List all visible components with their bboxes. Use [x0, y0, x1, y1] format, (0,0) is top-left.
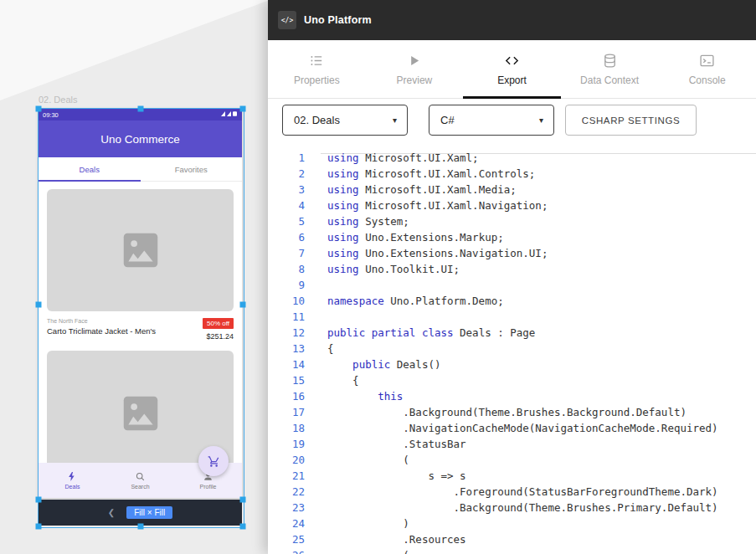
- product-brand: The North Face: [47, 318, 156, 324]
- cart-fab[interactable]: [198, 446, 229, 476]
- code-line: 22 .Foreground(StatusBarForegroundTheme.…: [268, 484, 756, 500]
- tab-properties[interactable]: Properties: [268, 40, 366, 98]
- code-line: 6using Uno.Extensions.Markup;: [268, 229, 756, 245]
- phone-app-bar: Uno Commerce: [39, 121, 242, 157]
- code-line: 11: [268, 309, 756, 325]
- line-number: 14: [268, 357, 310, 372]
- page-select[interactable]: 02. Deals ▾: [282, 105, 408, 136]
- line-number: 11: [268, 309, 310, 325]
- code-line: 2using Microsoft.UI.Xaml.Controls;: [268, 166, 756, 182]
- phone-artboard[interactable]: 09:30 Uno Commerce Deals Favorites: [39, 109, 242, 498]
- product-pricing: 50% off $251.24: [203, 318, 234, 341]
- tab-console[interactable]: Console: [658, 40, 756, 98]
- nav-label: Deals: [65, 484, 80, 490]
- code-text: (: [327, 452, 409, 468]
- code-editor[interactable]: 1using Microsoft.UI.Xaml;2using Microsof…: [268, 150, 756, 554]
- line-number: 3: [268, 182, 310, 197]
- status-bar-icons: [219, 110, 238, 119]
- tab-label: Console: [689, 74, 726, 86]
- tab-export[interactable]: Export: [463, 40, 561, 98]
- product-price: $251.24: [206, 332, 234, 341]
- line-number: 4: [268, 197, 310, 213]
- code-text: namespace Uno.Platform.Demo;: [327, 293, 504, 309]
- play-icon: [406, 53, 422, 69]
- line-number: 16: [268, 388, 310, 404]
- line-number: 15: [268, 372, 310, 388]
- discount-badge: 50% off: [203, 318, 234, 329]
- code-line: 9: [268, 277, 756, 293]
- code-text: (: [327, 547, 409, 554]
- code-text: using Uno.Extensions.Navigation.UI;: [327, 245, 548, 261]
- side-panel: </> Uno Platform Properties Preview Expo…: [268, 0, 756, 554]
- code-line: 18 .NavigationCacheMode(NavigationCacheM…: [268, 420, 756, 436]
- phone-status-bar: 09:30: [39, 109, 242, 121]
- code-text: using Microsoft.UI.Xaml.Controls;: [327, 166, 535, 182]
- nav-label: Profile: [200, 484, 217, 490]
- nav-item-search[interactable]: Search: [106, 463, 174, 498]
- page-select-value: 02. Deals: [294, 114, 340, 126]
- line-number: 9: [268, 277, 310, 293]
- tab-preview[interactable]: Preview: [366, 40, 464, 98]
- panel-header: </> Uno Platform: [268, 0, 756, 40]
- artboard-label[interactable]: 02. Deals: [39, 95, 77, 105]
- line-number: 19: [268, 436, 310, 452]
- code-line: 4using Microsoft.UI.Xaml.Navigation;: [268, 197, 756, 213]
- language-select-value: C#: [440, 114, 455, 126]
- line-number: 24: [268, 516, 310, 531]
- nav-item-deals[interactable]: Deals: [39, 463, 106, 498]
- line-number: 6: [268, 229, 310, 245]
- code-text: using Microsoft.UI.Xaml.Media;: [327, 182, 517, 197]
- cart-icon: [208, 455, 220, 468]
- panel-title: Uno Platform: [304, 14, 372, 26]
- code-text: this: [327, 388, 403, 404]
- collapse-chevron-icon[interactable]: ❮: [108, 508, 115, 517]
- code-line: 23 .Background(Theme.Brushes.Primary.Def…: [268, 500, 756, 516]
- tab-label: Preview: [397, 74, 433, 86]
- code-text: using Microsoft.UI.Xaml;: [327, 150, 479, 166]
- code-line: 10namespace Uno.Platform.Demo;: [268, 293, 756, 309]
- csharp-settings-button[interactable]: CSHARP SETTINGS: [565, 105, 697, 136]
- line-number: 22: [268, 484, 310, 500]
- code-line: 26 (: [268, 547, 756, 554]
- code-text: s => s: [327, 468, 466, 484]
- code-text: .StatusBar: [327, 436, 466, 452]
- language-select[interactable]: C# ▾: [429, 105, 554, 136]
- code-text: .Foreground(StatusBarForegroundTheme.Dar…: [327, 484, 718, 500]
- code-line: 7using Uno.Extensions.Navigation.UI;: [268, 245, 756, 261]
- size-badge[interactable]: Fill × Fill: [126, 506, 172, 519]
- chevron-down-icon: ▾: [393, 115, 397, 125]
- product-text: The North Face Carto Triclimate Jacket -…: [47, 318, 156, 336]
- tab-label: Properties: [294, 74, 340, 86]
- code-line: 21 s => s: [268, 468, 756, 484]
- line-number: 5: [268, 213, 310, 229]
- code-line: 5using System;: [268, 213, 756, 229]
- status-time: 09:30: [43, 111, 59, 119]
- code-line: 17 .Background(Theme.Brushes.Background.…: [268, 404, 756, 420]
- product-name: Carto Triclimate Jacket - Men's: [47, 326, 156, 336]
- canvas-highlight: [0, 0, 270, 100]
- phone-tab-favorites[interactable]: Favorites: [141, 157, 243, 181]
- chevron-down-icon: ▾: [539, 115, 543, 125]
- code-text: public Deals(): [327, 357, 440, 372]
- image-icon: [118, 228, 163, 273]
- line-number: 25: [268, 531, 310, 547]
- line-number: 26: [268, 547, 310, 554]
- lightning-icon: [67, 471, 78, 482]
- product-image-placeholder: [47, 189, 234, 311]
- code-line: 13{: [268, 341, 756, 357]
- code-text: public partial class Deals : Page: [327, 325, 535, 341]
- line-number: 2: [268, 166, 310, 182]
- code-text: using Microsoft.UI.Xaml.Navigation;: [327, 197, 548, 213]
- selection-toolbar: ❮ Fill × Fill: [39, 500, 242, 526]
- tab-data-context[interactable]: Data Context: [561, 40, 659, 98]
- code-line: 19 .StatusBar: [268, 436, 756, 452]
- code-text: {: [327, 341, 334, 357]
- nav-label: Search: [131, 484, 149, 490]
- tab-label: Data Context: [580, 74, 639, 86]
- app-root: 02. Deals 09:30 Uno Commerce Deals Favor…: [0, 0, 756, 554]
- line-number: 20: [268, 452, 310, 468]
- product-info: The North Face Carto Triclimate Jacket -…: [39, 311, 242, 344]
- phone-tab-deals[interactable]: Deals: [39, 157, 141, 181]
- terminal-icon: [699, 53, 715, 69]
- code-line: 1using Microsoft.UI.Xaml;: [268, 150, 756, 166]
